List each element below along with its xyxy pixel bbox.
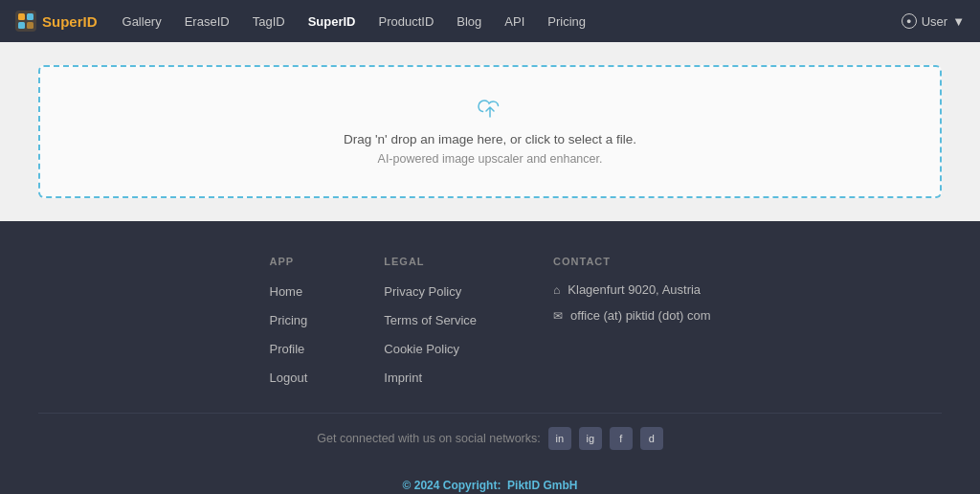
footer-app-links: HomePricingProfileLogout xyxy=(270,282,308,386)
dropzone-content: Drag 'n' drop an image here, or click to… xyxy=(344,98,636,166)
social-icons: inigfd xyxy=(548,427,663,450)
footer-copyright: © 2024 Copyright: PiktID GmbH xyxy=(0,467,980,492)
footer-social: Get connected with us on social networks… xyxy=(38,413,942,467)
dropzone[interactable]: Drag 'n' drop an image here, or click to… xyxy=(38,65,942,198)
nav-link-productid[interactable]: ProductID xyxy=(368,11,443,33)
nav-link-pricing[interactable]: Pricing xyxy=(538,11,595,33)
footer-link-imprint[interactable]: Imprint xyxy=(384,370,422,385)
logo[interactable]: SuperID xyxy=(15,11,98,32)
footer-link-terms-of-service[interactable]: Terms of Service xyxy=(384,313,477,327)
copyright-text: © 2024 Copyright: xyxy=(403,479,501,492)
nav-link-blog[interactable]: Blog xyxy=(447,11,491,33)
footer: APP HomePricingProfileLogout LEGAL Priva… xyxy=(0,221,980,494)
footer-legal-link-item: Cookie Policy xyxy=(384,340,477,357)
footer-link-cookie-policy[interactable]: Cookie Policy xyxy=(384,342,459,356)
footer-columns: APP HomePricingProfileLogout LEGAL Priva… xyxy=(0,256,980,413)
chevron-down-icon: ▼ xyxy=(952,14,965,29)
nav-links: GalleryEraseIDTagIDSuperIDProductIDBlogA… xyxy=(113,11,894,33)
nav-link-superid[interactable]: SuperID xyxy=(299,11,366,33)
copyright-brand: PiktID GmbH xyxy=(507,479,577,492)
main-content: Drag 'n' drop an image here, or click to… xyxy=(0,42,980,221)
svg-rect-3 xyxy=(18,22,25,29)
home-icon: ⌂ xyxy=(553,283,560,297)
contact-address-text: Klagenfurt 9020, Austria xyxy=(568,282,701,297)
svg-rect-2 xyxy=(27,13,33,20)
footer-legal-links: Privacy PolicyTerms of ServiceCookie Pol… xyxy=(384,282,477,386)
footer-link-logout[interactable]: Logout xyxy=(270,370,308,385)
footer-app-link-item: Pricing xyxy=(270,311,308,328)
contact-email: ✉ office (at) piktid (dot) com xyxy=(553,308,710,323)
social-text: Get connected with us on social networks… xyxy=(317,432,540,445)
logo-icon xyxy=(15,11,36,32)
svg-rect-4 xyxy=(27,22,33,29)
footer-link-profile[interactable]: Profile xyxy=(270,342,305,356)
user-label: User xyxy=(922,14,947,29)
svg-rect-0 xyxy=(15,11,36,32)
footer-contact-heading: CONTACT xyxy=(553,256,710,267)
nav-link-tagid[interactable]: TagID xyxy=(243,11,295,33)
footer-link-home[interactable]: Home xyxy=(270,284,303,299)
discord-icon[interactable]: d xyxy=(640,427,663,450)
user-icon: ● xyxy=(902,13,917,29)
dropzone-main-text: Drag 'n' drop an image here, or click to… xyxy=(344,132,636,146)
footer-app-link-item: Profile xyxy=(270,340,308,357)
dropzone-sub-text: AI-powered image upscaler and enhancer. xyxy=(378,152,603,166)
instagram-icon[interactable]: ig xyxy=(579,427,602,450)
svg-rect-1 xyxy=(18,13,25,20)
footer-col-app: APP HomePricingProfileLogout xyxy=(270,256,308,386)
footer-col-legal: LEGAL Privacy PolicyTerms of ServiceCook… xyxy=(384,256,477,386)
footer-contact-items: ⌂ Klagenfurt 9020, Austria ✉ office (at)… xyxy=(553,282,710,323)
navbar: SuperID GalleryEraseIDTagIDSuperIDProduc… xyxy=(0,0,980,42)
footer-legal-link-item: Imprint xyxy=(384,369,477,386)
facebook-icon[interactable]: f xyxy=(610,427,633,450)
footer-app-link-item: Home xyxy=(270,282,308,300)
footer-legal-link-item: Privacy Policy xyxy=(384,282,477,300)
footer-col-contact: CONTACT ⌂ Klagenfurt 9020, Austria ✉ off… xyxy=(553,256,710,386)
footer-link-pricing[interactable]: Pricing xyxy=(270,313,308,327)
user-menu[interactable]: ● User ▼ xyxy=(902,13,965,29)
brand-label: SuperID xyxy=(42,13,98,30)
contact-email-text: office (at) piktid (dot) com xyxy=(570,308,710,323)
footer-app-link-item: Logout xyxy=(270,369,308,386)
upload-icon xyxy=(477,98,503,123)
footer-legal-heading: LEGAL xyxy=(384,256,477,267)
linkedin-icon[interactable]: in xyxy=(548,427,571,450)
footer-legal-link-item: Terms of Service xyxy=(384,311,477,328)
nav-link-api[interactable]: API xyxy=(495,11,534,33)
footer-link-privacy-policy[interactable]: Privacy Policy xyxy=(384,284,461,299)
email-icon: ✉ xyxy=(553,309,563,323)
footer-app-heading: APP xyxy=(270,256,308,267)
nav-link-eraseid[interactable]: EraseID xyxy=(175,11,239,33)
nav-link-gallery[interactable]: Gallery xyxy=(113,11,171,33)
contact-address: ⌂ Klagenfurt 9020, Austria xyxy=(553,282,710,297)
